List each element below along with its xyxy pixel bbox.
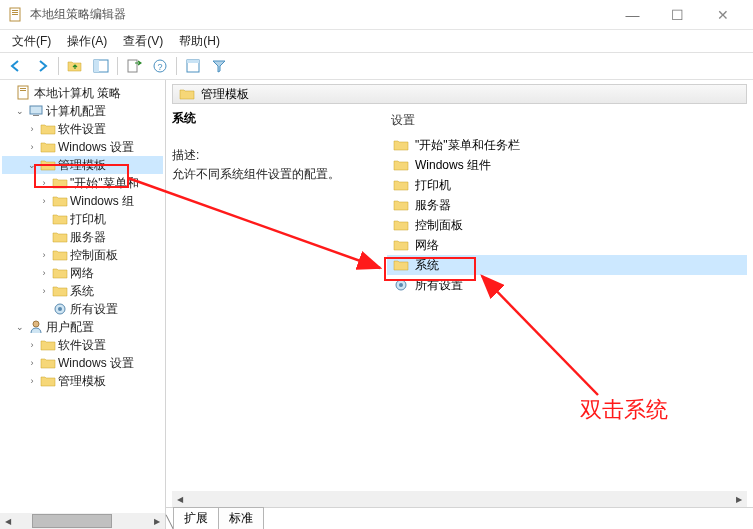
svg-rect-5 — [94, 60, 99, 72]
tree-printer[interactable]: 打印机 — [2, 210, 163, 228]
tree-label: 所有设置 — [70, 301, 118, 318]
svg-rect-15 — [33, 115, 39, 116]
list-item[interactable]: 网络 — [387, 235, 747, 255]
tree-label: 网络 — [70, 265, 94, 282]
scroll-left-arrow-icon[interactable]: ◀ — [172, 491, 188, 507]
twist-icon[interactable] — [38, 249, 50, 261]
tree-user-admin[interactable]: 管理模板 — [2, 372, 163, 390]
tree-windows-settings[interactable]: Windows 设置 — [2, 138, 163, 156]
twist-icon[interactable] — [26, 339, 38, 351]
folder-icon — [52, 247, 68, 263]
folder-icon — [393, 237, 409, 253]
twist-icon[interactable] — [26, 159, 38, 171]
twist-icon[interactable] — [26, 123, 38, 135]
folder-icon — [40, 355, 56, 371]
twist-icon[interactable] — [26, 357, 38, 369]
tab-extended[interactable]: 扩展 — [173, 507, 219, 529]
window-controls: — ☐ ✕ — [610, 0, 745, 30]
scroll-left-arrow-icon[interactable]: ◀ — [0, 513, 16, 529]
tab-standard[interactable]: 标准 — [218, 507, 264, 529]
svg-rect-12 — [20, 88, 26, 89]
svg-rect-14 — [30, 106, 42, 114]
twist-icon[interactable] — [38, 177, 50, 189]
menu-file[interactable]: 文件(F) — [4, 31, 59, 52]
tree-horizontal-scrollbar[interactable]: ◀ ▶ — [0, 513, 165, 529]
tree-software-settings[interactable]: 软件设置 — [2, 120, 163, 138]
column-header-settings[interactable]: 设置 — [387, 110, 747, 131]
scroll-right-arrow-icon[interactable]: ▶ — [731, 491, 747, 507]
tree-control-panel[interactable]: 控制面板 — [2, 246, 163, 264]
tree-root[interactable]: 本地计算机 策略 — [2, 84, 163, 102]
twist-icon[interactable] — [38, 285, 50, 297]
menu-action[interactable]: 操作(A) — [59, 31, 115, 52]
list-item[interactable]: 所有设置 — [387, 275, 747, 295]
folder-icon — [52, 175, 68, 191]
tab-strip: ╲ 扩展 标准 — [166, 507, 753, 529]
list-item-label: Windows 组件 — [415, 157, 491, 174]
list-item[interactable]: 控制面板 — [387, 215, 747, 235]
tree-label: "开始"菜单和 — [70, 175, 139, 192]
menu-view[interactable]: 查看(V) — [115, 31, 171, 52]
tree-windows-components[interactable]: Windows 组 — [2, 192, 163, 210]
svg-rect-13 — [20, 90, 26, 91]
tree-all-settings[interactable]: 所有设置 — [2, 300, 163, 318]
twist-icon[interactable] — [26, 141, 38, 153]
scrollbar-track[interactable] — [188, 492, 731, 506]
filter-button[interactable] — [207, 55, 231, 77]
tree-start-taskbar[interactable]: "开始"菜单和 — [2, 174, 163, 192]
twist-icon[interactable] — [14, 321, 26, 333]
list-item-system[interactable]: 系统 — [387, 255, 747, 275]
folder-up-icon — [67, 58, 83, 74]
maximize-button[interactable]: ☐ — [655, 0, 700, 30]
forward-button[interactable] — [30, 55, 54, 77]
tree-label: Windows 组 — [70, 193, 134, 210]
toolbar-separator — [176, 57, 177, 75]
tree-user-software[interactable]: 软件设置 — [2, 336, 163, 354]
menu-help[interactable]: 帮助(H) — [171, 31, 228, 52]
list-item[interactable]: 打印机 — [387, 175, 747, 195]
menu-bar: 文件(F) 操作(A) 查看(V) 帮助(H) — [0, 30, 753, 52]
twist-icon[interactable] — [14, 105, 26, 117]
up-button[interactable] — [63, 55, 87, 77]
properties-button[interactable] — [181, 55, 205, 77]
toolbar: ? — [0, 52, 753, 80]
tree-system[interactable]: 系统 — [2, 282, 163, 300]
tree-user-windows[interactable]: Windows 设置 — [2, 354, 163, 372]
close-button[interactable]: ✕ — [700, 0, 745, 30]
forward-arrow-icon — [34, 58, 50, 74]
twist-icon[interactable] — [38, 267, 50, 279]
export-button[interactable] — [122, 55, 146, 77]
tree-computer-config[interactable]: 计算机配置 — [2, 102, 163, 120]
detail-horizontal-scrollbar[interactable]: ◀ ▶ — [172, 491, 747, 507]
folder-icon — [52, 265, 68, 281]
scroll-right-arrow-icon[interactable]: ▶ — [149, 513, 165, 529]
tree-network[interactable]: 网络 — [2, 264, 163, 282]
list-item[interactable]: 服务器 — [387, 195, 747, 215]
list-item-label: 系统 — [415, 257, 439, 274]
folder-icon — [393, 217, 409, 233]
minimize-button[interactable]: — — [610, 0, 655, 30]
description-column: 系统 描述: 允许不同系统组件设置的配置。 — [172, 110, 387, 487]
folder-icon — [52, 229, 68, 245]
back-button[interactable] — [4, 55, 28, 77]
tree-user-config[interactable]: 用户配置 — [2, 318, 163, 336]
export-icon — [126, 58, 142, 74]
list-item-label: 所有设置 — [415, 277, 463, 294]
tree-label: Windows 设置 — [58, 355, 134, 372]
settings-icon — [52, 301, 68, 317]
svg-rect-11 — [18, 86, 28, 99]
twist-icon[interactable] — [26, 375, 38, 387]
help-icon: ? — [152, 58, 168, 74]
tree-server[interactable]: 服务器 — [2, 228, 163, 246]
tree-label: 管理模板 — [58, 157, 106, 174]
list-item[interactable]: Windows 组件 — [387, 155, 747, 175]
tree-admin-templates[interactable]: 管理模板 — [2, 156, 163, 174]
scrollbar-thumb[interactable] — [32, 514, 112, 528]
list-item[interactable]: "开始"菜单和任务栏 — [387, 135, 747, 155]
tree-pane[interactable]: 本地计算机 策略 计算机配置 软件设置 Windows 设置 管理模板 "开始"… — [0, 80, 166, 529]
selection-title: 系统 — [172, 110, 387, 127]
show-hide-button[interactable] — [89, 55, 113, 77]
twist-icon[interactable] — [38, 195, 50, 207]
tree-label: 软件设置 — [58, 121, 106, 138]
help-button[interactable]: ? — [148, 55, 172, 77]
